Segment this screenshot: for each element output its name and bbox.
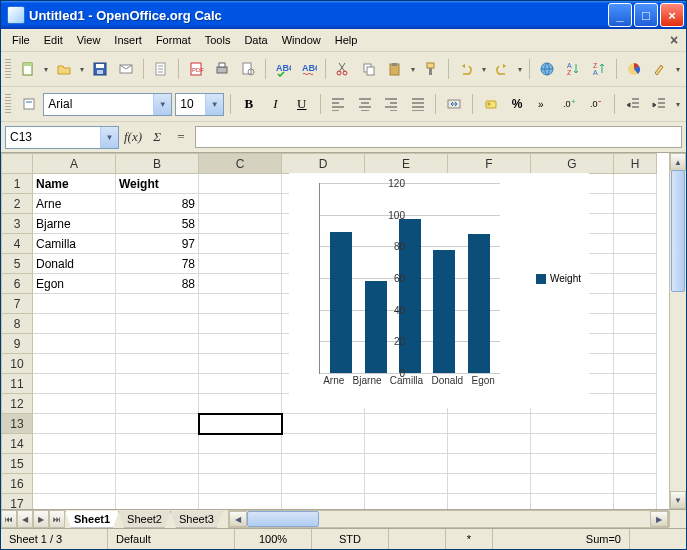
cell[interactable] (116, 414, 199, 434)
cell[interactable] (448, 474, 531, 494)
col-header-E[interactable]: E (365, 154, 448, 174)
tab-nav-prev[interactable]: ◀ (17, 510, 33, 528)
export-pdf-button[interactable]: PDF (184, 57, 208, 81)
merge-cells-button[interactable] (442, 92, 465, 116)
menu-window[interactable]: Window (275, 32, 328, 48)
redo-dropdown[interactable]: ▾ (516, 65, 524, 74)
cell[interactable] (531, 494, 614, 510)
sum-button[interactable]: Σ (147, 127, 167, 147)
tab-sheet2[interactable]: Sheet2 (118, 511, 171, 528)
select-all-corner[interactable] (2, 154, 33, 174)
tab-nav-last[interactable]: ⏭ (49, 510, 65, 528)
cell[interactable] (614, 194, 657, 214)
redo-button[interactable] (490, 57, 514, 81)
row-header-14[interactable]: 14 (2, 434, 33, 454)
cell[interactable] (614, 234, 657, 254)
font-size-combo[interactable]: 10▼ (175, 93, 224, 116)
percent-button[interactable]: % (505, 92, 528, 116)
cell[interactable] (33, 374, 116, 394)
cut-button[interactable] (331, 57, 355, 81)
cell[interactable] (33, 434, 116, 454)
cell[interactable] (199, 454, 282, 474)
status-style[interactable]: Default (108, 529, 235, 549)
tab-sheet1[interactable]: Sheet1 (65, 511, 119, 528)
col-header-B[interactable]: B (116, 154, 199, 174)
cell[interactable]: Egon (33, 274, 116, 294)
tab-nav-first[interactable]: ⏮ (1, 510, 17, 528)
row-header-1[interactable]: 1 (2, 174, 33, 194)
cell[interactable] (448, 494, 531, 510)
cell[interactable] (282, 454, 365, 474)
col-header-G[interactable]: G (531, 154, 614, 174)
status-mode[interactable]: STD (312, 529, 389, 549)
row-header-4[interactable]: 4 (2, 234, 33, 254)
embedded-chart[interactable]: 020406080100120 ArneBjarneCamillaDonaldE… (289, 173, 589, 408)
open-button[interactable] (52, 57, 76, 81)
cell[interactable] (199, 254, 282, 274)
menu-format[interactable]: Format (149, 32, 198, 48)
standard-format-button[interactable]: » (532, 92, 555, 116)
cell[interactable] (531, 434, 614, 454)
row-header-8[interactable]: 8 (2, 314, 33, 334)
new-dropdown[interactable]: ▾ (42, 65, 50, 74)
cell[interactable] (282, 494, 365, 510)
cell[interactable] (199, 294, 282, 314)
align-center-button[interactable] (353, 92, 376, 116)
cell[interactable] (199, 354, 282, 374)
scroll-thumb-v[interactable] (671, 170, 685, 292)
align-left-button[interactable] (327, 92, 350, 116)
autospell-button[interactable]: ABC (297, 57, 321, 81)
cell[interactable] (116, 314, 199, 334)
status-sum[interactable]: Sum=0 (493, 529, 630, 549)
currency-button[interactable] (479, 92, 502, 116)
cell[interactable] (116, 454, 199, 474)
cell[interactable] (116, 354, 199, 374)
cell[interactable] (116, 334, 199, 354)
cell[interactable] (199, 394, 282, 414)
cell[interactable] (614, 374, 657, 394)
chevron-down-icon[interactable]: ▼ (153, 94, 171, 115)
paste-dropdown[interactable]: ▾ (409, 65, 417, 74)
open-dropdown[interactable]: ▾ (78, 65, 86, 74)
align-justify-button[interactable] (406, 92, 429, 116)
scroll-left-button[interactable]: ◀ (229, 511, 247, 527)
name-box[interactable]: C13▼ (5, 126, 119, 149)
cell[interactable]: 97 (116, 234, 199, 254)
row-header-10[interactable]: 10 (2, 354, 33, 374)
tab-nav-next[interactable]: ▶ (33, 510, 49, 528)
scroll-thumb-h[interactable] (247, 511, 319, 527)
paste-button[interactable] (383, 57, 407, 81)
preview-button[interactable] (236, 57, 260, 81)
cell[interactable] (199, 374, 282, 394)
undo-button[interactable] (454, 57, 478, 81)
row-header-16[interactable]: 16 (2, 474, 33, 494)
menu-tools[interactable]: Tools (198, 32, 238, 48)
show-draw-button[interactable] (648, 57, 672, 81)
close-button[interactable]: × (660, 3, 684, 27)
cell[interactable] (33, 294, 116, 314)
cell[interactable] (365, 474, 448, 494)
cell[interactable] (199, 434, 282, 454)
menu-help[interactable]: Help (328, 32, 365, 48)
cell[interactable] (531, 474, 614, 494)
cell[interactable] (199, 174, 282, 194)
cell[interactable] (614, 394, 657, 414)
cell[interactable] (614, 254, 657, 274)
decrease-indent-button[interactable] (621, 92, 644, 116)
cell[interactable] (116, 374, 199, 394)
cell[interactable] (282, 414, 365, 434)
copy-button[interactable] (357, 57, 381, 81)
chevron-down-icon[interactable]: ▼ (100, 127, 118, 148)
formula-input[interactable] (195, 126, 682, 148)
cell[interactable]: 58 (116, 214, 199, 234)
cell[interactable] (448, 434, 531, 454)
cell[interactable] (199, 274, 282, 294)
fmt-more-dropdown[interactable]: ▾ (674, 100, 682, 109)
undo-dropdown[interactable]: ▾ (480, 65, 488, 74)
horizontal-scrollbar[interactable]: ◀ ▶ (228, 510, 669, 528)
new-button[interactable] (16, 57, 40, 81)
cell[interactable]: 78 (116, 254, 199, 274)
cell[interactable] (199, 334, 282, 354)
row-header-7[interactable]: 7 (2, 294, 33, 314)
cell[interactable] (448, 414, 531, 434)
